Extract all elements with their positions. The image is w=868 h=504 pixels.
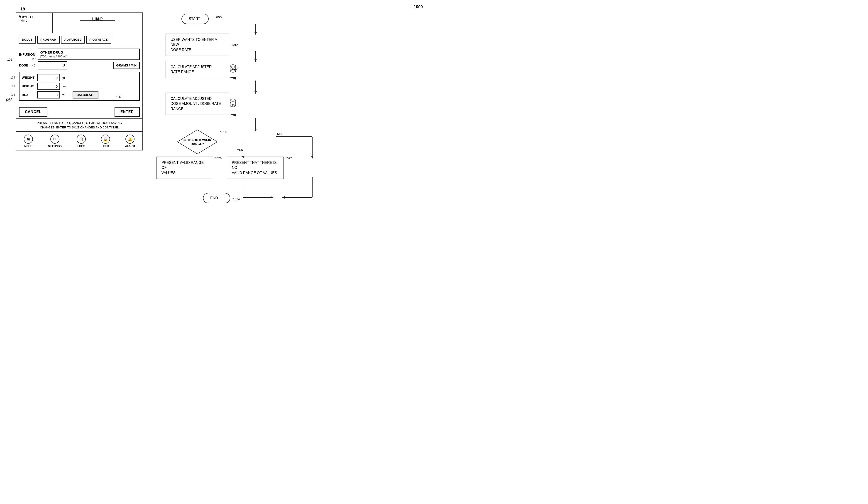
device-frame: A 0mL / HR 0mL UNC BOLUS PROGRAM ADVANCE…	[16, 12, 143, 150]
nav-alarm[interactable]: 🔔 ALARM	[125, 134, 135, 148]
present-invalid-node: PRESENT THAT THERE IS NO VALID RANGE OF …	[227, 157, 283, 179]
calc-rate-rect: CALCULATE ADJUSTED RATE RANGE	[166, 61, 229, 78]
ref-1016: 1016	[232, 104, 238, 108]
label-104: 104	[10, 76, 15, 79]
present-invalid-rect: PRESENT THAT THERE IS NO VALID RANGE OF …	[227, 157, 283, 179]
svg-marker-3	[255, 59, 257, 62]
ref-1014: 1014	[232, 67, 238, 70]
svg-marker-20	[282, 196, 285, 199]
channel-info: A 0mL / HR	[19, 15, 50, 19]
top-left-info: A 0mL / HR 0mL	[16, 13, 53, 33]
calculate-bsa-button[interactable]: CALCULATE	[73, 91, 99, 99]
nav-settings[interactable]: ⚙ SETTINGS	[48, 134, 62, 148]
top-right-area: UNC	[53, 13, 143, 33]
height-row: 106 HEIGHT 0 cm	[22, 83, 137, 90]
start-node: START	[182, 13, 209, 24]
bsa-label: BSA	[22, 93, 35, 97]
main-content: INFUSION OTHER DRUG [700 nanog / 100mL] …	[16, 46, 143, 105]
action-row: CANCEL ENTER	[16, 105, 143, 119]
drug-name: OTHER DRUG	[40, 50, 137, 54]
svg-text:NO: NO	[277, 132, 282, 136]
end-node: END	[203, 193, 230, 203]
dose-section: 110 DOSE ◁ 0 GRAMS / MIN	[19, 61, 140, 69]
alarm-icon: 🔔	[125, 134, 134, 144]
weight-row: 104 WEIGHT 0 kg	[22, 74, 137, 81]
bottom-nav: m MODE ⚙ SETTINGS 📋 LOGS 🔒 LOCK 🔔 A	[16, 132, 143, 150]
mode-label: MODE	[24, 144, 32, 148]
trap-shape	[73, 20, 123, 33]
calc-rate-node: CALCULATE ADJUSTED RATE RANGE	[166, 61, 229, 78]
height-unit: cm	[62, 85, 69, 88]
start-oval: START	[182, 13, 209, 24]
db-corner-1	[230, 77, 236, 80]
button-row: BOLUS PROGRAM ADVANCED PIGGYBACK	[16, 33, 143, 46]
flowchart-section: 1000 YES NO	[152, 4, 427, 248]
program-button[interactable]: PROGRAM	[37, 36, 60, 43]
svg-point-25	[230, 70, 236, 72]
nav-mode[interactable]: m MODE	[24, 134, 33, 148]
bsa-unit: m²	[62, 93, 69, 97]
ref-1022: 1022	[285, 157, 292, 160]
calc-dose-rect: CALCULATE ADJUSTED DOSE AMOUNT / DOSE RA…	[166, 93, 229, 115]
device-label: 18	[20, 7, 25, 12]
db-corner-2	[230, 114, 236, 117]
rate-line2: 0mL	[21, 19, 50, 22]
piggyback-button[interactable]: PIGGYBACK	[86, 36, 111, 43]
height-label: HEIGHT	[22, 84, 35, 88]
label-136: 136	[116, 95, 121, 99]
bsa-input[interactable]: 0	[37, 91, 60, 99]
mode-icon: m	[24, 134, 33, 144]
dose-arrow-icon: ◁	[32, 63, 35, 68]
label-102: 102	[7, 58, 12, 61]
diamond-text: IS THERE A VALID RANGE?	[177, 138, 218, 146]
alarm-label: ALARM	[125, 144, 135, 148]
wh-bsa-section: 104 WEIGHT 0 kg 106 HEIGHT 0	[19, 72, 140, 101]
bolus-button[interactable]: BOLUS	[19, 36, 36, 43]
ref-1018: 1018	[220, 131, 227, 134]
lock-icon: 🔒	[101, 134, 110, 144]
svg-marker-5	[255, 91, 257, 94]
end-oval: END	[203, 193, 230, 203]
logs-icon: 📋	[77, 134, 86, 144]
label-110: 110	[32, 58, 36, 61]
infusion-label: INFUSION	[19, 52, 35, 56]
calc-dose-node: CALCULATE ADJUSTED DOSE AMOUNT / DOSE RA…	[166, 93, 229, 115]
device-section: 18 A 0mL / HR 0mL UNC B	[7, 7, 143, 150]
lock-label: LOCK	[102, 144, 109, 148]
nav-logs[interactable]: 📋 LOGS	[77, 134, 86, 148]
svg-marker-7	[255, 129, 257, 131]
svg-text:YES: YES	[237, 148, 243, 152]
label-108: 108	[10, 93, 15, 97]
svg-marker-1	[255, 32, 257, 35]
weight-input[interactable]: 0	[37, 74, 60, 81]
flowchart-container: YES NO START 1010 USER WANT	[152, 7, 427, 248]
svg-marker-17	[271, 196, 273, 199]
ref-1010: 1010	[216, 15, 222, 18]
settings-label: SETTINGS	[48, 144, 62, 148]
rate-line1: 0mL / HR	[22, 15, 34, 19]
weight-unit: kg	[62, 76, 69, 79]
ref-1020: 1020	[215, 157, 221, 160]
dose-unit: GRAMS / MIN	[113, 62, 140, 69]
infusion-row: INFUSION OTHER DRUG [700 nanog / 100mL]	[19, 49, 140, 60]
height-input[interactable]: 0	[37, 83, 60, 90]
svg-marker-13	[311, 156, 313, 159]
svg-point-27	[230, 99, 236, 101]
label-106: 106	[10, 85, 15, 88]
valid-range-diamond: IS THERE A VALID RANGE?	[177, 129, 218, 154]
dose-input[interactable]: 0	[38, 61, 67, 69]
present-valid-rect: PRESENT VALID RANGE OF VALUES	[156, 157, 213, 179]
svg-point-32	[230, 102, 236, 104]
top-display: A 0mL / HR 0mL UNC	[16, 13, 143, 33]
advanced-button[interactable]: ADVANCED	[61, 36, 85, 43]
drug-concentration: [700 nanog / 100mL]	[40, 55, 137, 58]
cancel-button[interactable]: CANCEL	[19, 107, 48, 117]
nav-lock[interactable]: 🔒 LOCK	[101, 134, 110, 148]
dose-label: DOSE	[19, 63, 30, 67]
label-134: 134	[7, 98, 12, 101]
channel-label: A	[19, 15, 21, 19]
ref-1024: 1024	[233, 198, 240, 201]
enter-button[interactable]: ENTER	[115, 107, 140, 117]
settings-icon: ⚙	[50, 134, 60, 144]
present-valid-node: PRESENT VALID RANGE OF VALUES	[156, 157, 213, 179]
